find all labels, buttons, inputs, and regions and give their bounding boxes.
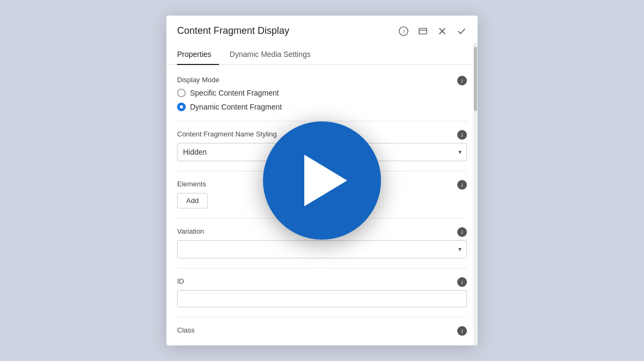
variation-select-wrapper: ▾ <box>177 240 467 258</box>
confirm-icon[interactable] <box>456 26 467 37</box>
id-label: ID <box>177 277 184 285</box>
tab-properties[interactable]: Properties <box>177 45 219 65</box>
svg-text:?: ? <box>402 28 405 34</box>
id-section: ID i <box>177 277 467 307</box>
class-label: Class <box>177 326 195 334</box>
tab-dynamic-media[interactable]: Dynamic Media Settings <box>230 45 318 65</box>
divider-5 <box>177 317 467 317</box>
elements-info-icon[interactable]: i <box>457 180 467 190</box>
svg-rect-2 <box>419 28 427 34</box>
variation-select[interactable] <box>177 240 467 258</box>
radio-group: Specific Content Fragment Dynamic Conten… <box>177 89 467 111</box>
display-mode-info-icon[interactable]: i <box>457 76 467 85</box>
display-mode-row: Display Mode i <box>177 76 467 85</box>
dialog-title: Content Fragment Display <box>177 25 398 37</box>
class-row: Class i <box>177 326 467 336</box>
radio-circle-specific <box>177 89 186 97</box>
elements-label: Elements <box>177 180 206 188</box>
name-styling-label: Content Fragment Name Styling <box>177 130 277 138</box>
variation-label: Variation <box>177 227 204 235</box>
divider-4 <box>177 268 467 269</box>
dialog-header-icons: ? <box>398 26 467 37</box>
id-row: ID i <box>177 277 467 287</box>
name-styling-info-icon[interactable]: i <box>457 130 467 140</box>
class-info-icon[interactable]: i <box>457 326 467 336</box>
dialog-header: Content Fragment Display ? <box>166 16 478 44</box>
page-wrapper: Content Fragment Display ? <box>0 0 644 361</box>
display-mode-label: Display Mode <box>177 76 219 84</box>
variation-info-icon[interactable]: i <box>457 227 467 237</box>
class-section: Class i <box>177 326 467 336</box>
id-info-icon[interactable]: i <box>457 277 467 287</box>
radio-specific-label: Specific Content Fragment <box>190 89 279 97</box>
id-input[interactable] <box>177 290 467 307</box>
help-icon[interactable]: ? <box>398 26 409 37</box>
resize-icon[interactable] <box>418 26 428 37</box>
radio-dynamic-label: Dynamic Content Fragment <box>190 103 282 111</box>
play-icon <box>304 155 347 206</box>
display-mode-section: Display Mode i Specific Content Fragment… <box>177 76 467 111</box>
radio-specific[interactable]: Specific Content Fragment <box>177 89 467 97</box>
add-element-button[interactable]: Add <box>177 193 208 208</box>
scrollbar-thumb[interactable] <box>474 47 477 111</box>
video-play-overlay[interactable] <box>263 121 381 240</box>
scrollbar-track[interactable] <box>473 42 478 345</box>
close-icon[interactable] <box>437 26 448 37</box>
radio-circle-dynamic <box>177 103 186 111</box>
tabs: Properties Dynamic Media Settings <box>166 44 478 65</box>
radio-dynamic[interactable]: Dynamic Content Fragment <box>177 103 467 111</box>
